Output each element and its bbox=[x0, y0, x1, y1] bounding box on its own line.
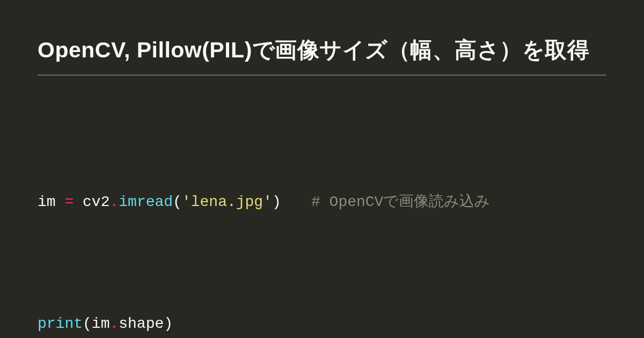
token-space bbox=[74, 194, 83, 210]
token-space bbox=[56, 194, 65, 210]
token-paren-open: ( bbox=[173, 194, 182, 210]
token-paren-open: ( bbox=[83, 315, 92, 332]
token-paren-close: ) bbox=[272, 194, 281, 210]
token-identifier: im bbox=[92, 315, 110, 332]
code-line-2: print(im.shape) bbox=[38, 312, 606, 336]
token-dot: . bbox=[109, 194, 119, 210]
code-line-2-left: print(im.shape) bbox=[38, 312, 311, 336]
code-line-1-comment: # OpenCVで画像読み込み bbox=[311, 190, 606, 214]
token-module: cv2 bbox=[83, 194, 109, 210]
code-line-2-comment bbox=[311, 312, 606, 336]
token-dot: . bbox=[109, 315, 119, 332]
token-paren-close: ) bbox=[164, 315, 173, 332]
token-comment: # OpenCVで画像読み込み bbox=[311, 194, 490, 210]
token-operator: = bbox=[64, 194, 74, 210]
code-line-1: im = cv2.imread('lena.jpg') # OpenCVで画像読… bbox=[38, 190, 606, 214]
page-title: OpenCV, Pillow(PIL)で画像サイズ（幅、高さ）を取得 bbox=[38, 35, 606, 76]
code-line-1-left: im = cv2.imread('lena.jpg') bbox=[38, 190, 311, 214]
token-identifier: im bbox=[38, 194, 56, 210]
token-function: imread bbox=[119, 194, 173, 210]
token-attribute: shape bbox=[119, 315, 164, 332]
token-string: 'lena.jpg' bbox=[182, 194, 272, 210]
page: OpenCV, Pillow(PIL)で画像サイズ（幅、高さ）を取得 im = … bbox=[0, 0, 644, 338]
token-function: print bbox=[38, 315, 83, 332]
code-block: im = cv2.imread('lena.jpg') # OpenCVで画像読… bbox=[38, 93, 606, 338]
